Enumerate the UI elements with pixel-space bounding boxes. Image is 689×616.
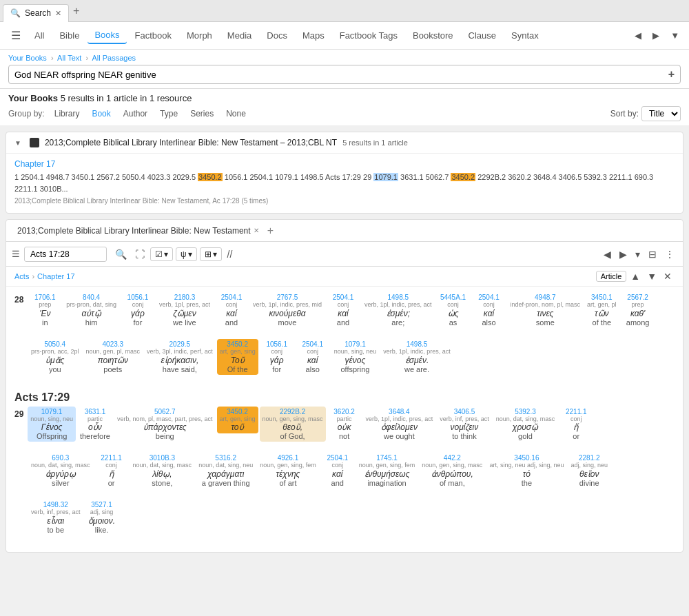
word-2504-c[interactable]: 2504.1 conj καί also	[472, 292, 506, 328]
nav-media[interactable]: Media	[220, 28, 258, 43]
word-3406[interactable]: 3406.5 verb, inf, pres, act νομίζειν to …	[437, 407, 492, 442]
word-2567[interactable]: 2567.2 prep καθ' among	[621, 292, 655, 328]
nav-down-icon[interactable]: ▼	[644, 269, 659, 283]
nav-bible[interactable]: Bible	[52, 28, 86, 43]
word-2504-a[interactable]: 2504.1 conj καί and	[214, 292, 249, 328]
options-icon[interactable]: //	[225, 247, 236, 261]
group-type[interactable]: Type	[154, 107, 183, 120]
nav-acts[interactable]: Acts	[14, 272, 29, 280]
word-3450-c[interactable]: 3450.2 art, gen, sing τοῦ	[217, 407, 258, 434]
nav-docs[interactable]: Docs	[260, 28, 294, 43]
word-3527[interactable]: 3527.1 adj, sing ὅμοιον. like.	[85, 500, 119, 535]
word-4948[interactable]: 4948.7 indef-pron, nom, pl, masc τινες s…	[508, 292, 584, 328]
word-2504-b[interactable]: 2504.1 conj καί and	[326, 292, 360, 328]
breadcrumb-all-text[interactable]: All Text	[57, 54, 81, 62]
word-1745[interactable]: 1745.1 noun, gen, sing, fem ἐνθυμήσεως i…	[356, 453, 418, 489]
word-442[interactable]: 442.2 noun, gen, sing, masc ἀνθρώπου, of…	[419, 453, 485, 489]
word-5062[interactable]: 5062.7 verb, nom, pl, masc, part, pres, …	[114, 407, 216, 442]
word-2292b[interactable]: 2292B.2 noun, gen, sing, masc θεοῦ, of G…	[260, 407, 326, 442]
nav-all[interactable]: All	[28, 28, 51, 43]
morph-btn[interactable]: ψ ▾	[176, 247, 197, 261]
tab-close-icon[interactable]: ✕	[55, 9, 61, 18]
word-3010b[interactable]: 3010B.3 noun, dat, sing, masc λίθῳ, ston…	[130, 453, 195, 489]
word-2180[interactable]: 2180.3 verb, 1pl, pres, act ζῶμεν we liv…	[156, 292, 213, 328]
word-5445[interactable]: 5445A.1 conj ὡς as	[436, 292, 471, 328]
search-input[interactable]	[14, 70, 668, 80]
nav-dropdown-icon[interactable]: ▼	[666, 28, 683, 43]
sort-select[interactable]: Title	[641, 106, 681, 121]
word-1498-a[interactable]: 1498.5 verb, 1pl, indic, pres, act ἐσμέν…	[362, 292, 435, 328]
panel2-tab-close-icon[interactable]: ✕	[254, 227, 259, 234]
breadcrumb-all-passages[interactable]: All Passages	[92, 54, 136, 62]
word-840[interactable]: 840.4 prs-pron, dat, sing αὐτῷ him	[63, 292, 119, 328]
nav-syntax[interactable]: Syntax	[504, 28, 546, 43]
word-2029[interactable]: 2029.5 verb, 3pl, indic, perf, act εἰρήκ…	[144, 339, 216, 375]
expand-icon[interactable]: ▾	[633, 247, 643, 261]
word-5316[interactable]: 5316.2 noun, dat, sing, neu χαράγματι a …	[196, 453, 256, 489]
panel2-tab-add-icon[interactable]: +	[265, 225, 276, 237]
nav-books[interactable]: Books	[88, 27, 126, 44]
panel2-hamburger-icon[interactable]: ☰	[12, 249, 20, 259]
word-2767[interactable]: 2767.5 verb, 1pl, indic, pres, mid κινού…	[250, 292, 325, 328]
group-author[interactable]: Author	[118, 107, 153, 120]
parallel-icon[interactable]: ⛶	[132, 247, 147, 261]
visual-filter-btn[interactable]: ☑ ▾	[150, 247, 173, 261]
search-add-icon[interactable]: +	[668, 68, 675, 81]
nav-clause[interactable]: Clause	[462, 28, 503, 43]
word-690[interactable]: 690.3 noun, dat, sing, masc ἀργύρῳ silve…	[28, 453, 93, 489]
nav-factbook-tags[interactable]: Factbook Tags	[333, 28, 404, 43]
word-3450-16[interactable]: 3450.16 art, sing, neu adj, sing, neu τό…	[486, 453, 566, 489]
prev-icon[interactable]: ◀	[601, 247, 614, 261]
panel2-tab[interactable]: 2013;Complete Biblical Library Interline…	[12, 220, 265, 241]
new-tab-button[interactable]: +	[69, 5, 83, 17]
next-icon[interactable]: ▶	[617, 247, 630, 261]
word-3648[interactable]: 3648.4 verb, 1pl, indic, pres, act ὀφείλ…	[363, 407, 436, 442]
more-icon[interactable]: ⋮	[662, 247, 677, 261]
word-1079-b[interactable]: 1079.1 noun, sing, neu Γένος Offspring	[28, 407, 76, 442]
nav-back-icon[interactable]: ◀	[630, 28, 646, 43]
word-1498-32[interactable]: 1498.32 verb, inf, pres, act εἶναι to be	[28, 500, 83, 535]
resource-chevron-icon[interactable]: ▼	[14, 139, 21, 147]
group-book[interactable]: Book	[86, 107, 116, 120]
layout-btn[interactable]: ⊞ ▾	[200, 247, 222, 261]
breadcrumb-your-books[interactable]: Your Books	[8, 54, 47, 62]
nav-bookstore[interactable]: Bookstore	[406, 28, 460, 43]
search-tab[interactable]: 🔍 Search ✕	[3, 4, 69, 22]
nav-close-icon[interactable]: ✕	[661, 269, 675, 283]
nav-chapter[interactable]: Chapter 17	[37, 272, 74, 280]
resource-count: 5 results in 1 article	[342, 138, 408, 147]
word-2211-a[interactable]: 2211.1 conj ἤ or	[559, 407, 593, 442]
group-series[interactable]: Series	[185, 107, 219, 120]
word-1706[interactable]: 1706.1 prep 'Εν in	[28, 292, 62, 328]
chapter-link[interactable]: Chapter 17	[14, 159, 675, 169]
nav-maps[interactable]: Maps	[296, 28, 331, 43]
nav-factbook[interactable]: Factbook	[128, 28, 178, 43]
article-button[interactable]: Article	[596, 271, 627, 282]
word-1498-b[interactable]: 1498.5 verb, 1pl, indic, pres, act ἐσμέν…	[380, 339, 453, 375]
word-1056-a[interactable]: 1056.1 conj γάρ for	[121, 292, 155, 328]
hamburger-icon[interactable]: ☰	[6, 26, 26, 45]
reference-input[interactable]	[24, 247, 107, 262]
word-4926[interactable]: 4926.1 noun, gen, sing, fem τέχνης of ar…	[257, 453, 319, 489]
nav-up-icon[interactable]: ▲	[628, 269, 643, 283]
word-2211-b[interactable]: 2211.1 conj ἤ or	[94, 453, 129, 489]
nav-morph[interactable]: Morph	[180, 28, 219, 43]
word-3450-a[interactable]: 3450.1 art, gen, pl τῶν of the	[584, 292, 619, 328]
word-2281[interactable]: 2281.2 adj, sing, neu θεῖον divine	[568, 453, 610, 489]
word-1079-a[interactable]: 1079.1 noun, sing, neu γένος offspring	[331, 339, 380, 375]
group-by-label: Group by:	[8, 109, 45, 119]
word-3450-b[interactable]: 3450.2 art, gen, sing Τοῦ Of the	[217, 339, 258, 375]
word-5050[interactable]: 5050.4 prs-pron, acc, 2pl ὑμᾶς you	[28, 339, 82, 375]
word-4023[interactable]: 4023.3 noun, gen, pl, masc ποιητῶν poets	[83, 339, 143, 375]
group-library[interactable]: Library	[49, 107, 85, 120]
word-5392[interactable]: 5392.3 noun, dat, sing, masc χρυσῷ gold	[493, 407, 558, 442]
word-2504-d[interactable]: 2504.1 conj καί also	[296, 339, 330, 375]
group-none[interactable]: None	[220, 107, 251, 120]
word-2504-e[interactable]: 2504.1 conj καί and	[320, 453, 355, 489]
nav-forward-icon[interactable]: ▶	[648, 28, 664, 43]
search-icon[interactable]: 🔍	[112, 247, 130, 261]
word-1056-b[interactable]: 1056.1 conj γάρ for	[260, 339, 294, 375]
split-icon[interactable]: ⊟	[646, 247, 659, 261]
word-3631[interactable]: 3631.1 partic οὖν therefore	[77, 407, 113, 442]
word-3620[interactable]: 3620.2 partic οὐκ not	[327, 407, 362, 442]
